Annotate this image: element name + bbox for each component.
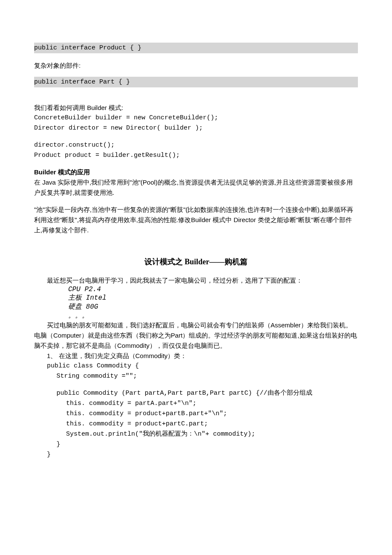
code-line: this. commodity = product+partB.part+"\n… xyxy=(34,409,358,419)
step1-label: 1、 在这里，我们先定义商品（Commodity）类： xyxy=(34,351,358,361)
article-title: 设计模式之 Builder——购机篇 xyxy=(34,257,358,267)
config-disk: 硬盘 80G xyxy=(34,302,358,311)
code-line: System.out.println("我的机器配置为：\n"+ commodi… xyxy=(34,429,358,439)
app-p2: "池"实际是一段内存,当池中有一些复杂的资源的"断肢"(比如数据库的连接池,也许… xyxy=(34,205,358,235)
usage-intro: 我们看看如何调用 Builder 模式: xyxy=(34,103,358,113)
code-line: } xyxy=(34,450,358,460)
code-line: public Commodity (Part partA,Part partB,… xyxy=(34,388,358,399)
code-block-product: public interface Product { } xyxy=(34,43,358,53)
config-cpu: CPU P2.4 xyxy=(34,286,358,293)
config-etc: 。。。 xyxy=(34,311,358,320)
app-p1: 在 Java 实际使用中,我们经常用到"池"(Pool)的概念,当资源提供者无法… xyxy=(34,177,358,198)
config-board: 主板 Intel xyxy=(34,293,358,302)
code-line: this. commodity = partA.part+"\n"; xyxy=(34,399,358,409)
code-line: this. commodity = product+partC.part; xyxy=(34,419,358,429)
article-p2: 买过电脑的朋友可能都知道，我们选好配置后，电脑公司就会有专门的组装师（Assem… xyxy=(34,320,358,351)
code-block-part: public interface Part { } xyxy=(34,77,358,87)
app-heading: Builder 模式的应用 xyxy=(34,168,358,176)
code-line: public class Commodity { xyxy=(34,361,358,371)
usage-line3: director.construct(); xyxy=(34,140,358,150)
article-intro: 最近想买一台电脑用于学习，因此我就去了一家电脑公司，经过分析，选用了下面的配置： xyxy=(34,275,358,286)
code-line: String commodity =""; xyxy=(34,371,358,382)
parts-label: 复杂对象的部件: xyxy=(34,62,358,70)
code-line: } xyxy=(34,439,358,450)
usage-line4: Product product = builder.getResult(); xyxy=(34,150,358,161)
usage-line1: ConcreteBuilder builder = new ConcreteBu… xyxy=(34,113,358,123)
usage-line2: Director director = new Director( builde… xyxy=(34,123,358,133)
